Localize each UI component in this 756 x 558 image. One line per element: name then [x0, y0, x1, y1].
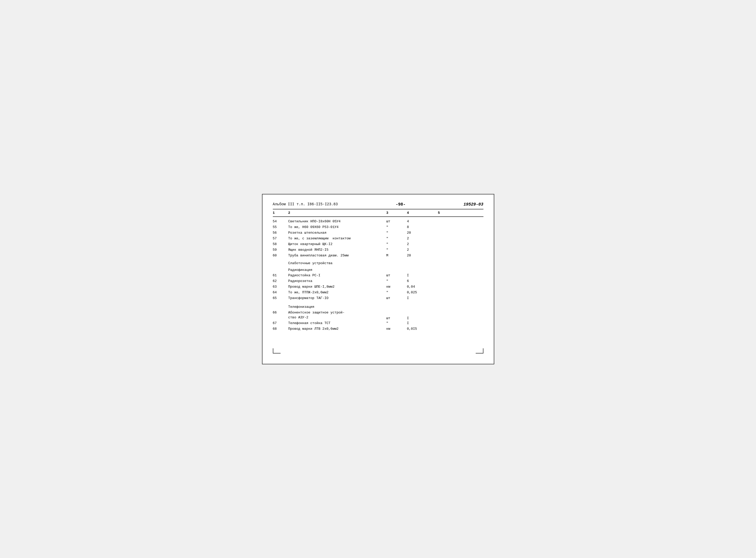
row-65-qty: I — [407, 296, 438, 301]
table-row: 64 То же, ПТПЖ-2х0,6мм2 " 0,025 — [273, 290, 484, 296]
row-56-desc: Розетка штепсельная — [288, 230, 386, 235]
table-row: 60 Труба винипластовая диам. 25мм М 20 — [273, 253, 484, 259]
row-65-unit: шт — [386, 296, 407, 301]
col-header-1: 1 — [273, 210, 288, 215]
row-63-qty: 0,04 — [407, 284, 438, 289]
row-66-desc: Абонентское защитное устрой- ство АЗУ-2 — [288, 310, 386, 320]
row-60-unit: М — [386, 253, 407, 258]
row-68-unit: км — [386, 326, 407, 332]
row-57-qty: 2 — [407, 236, 438, 241]
section-telefonizaciya: Телефонизация — [273, 303, 484, 310]
row-65-desc: Трансформатор ТАГ-IO — [288, 296, 386, 301]
row-57-desc: То же, с заземляющим контактом — [288, 236, 386, 241]
table-row: 57 То же, с заземляющим контактом " 2 — [273, 236, 484, 242]
row-66-num: 66 — [273, 310, 288, 315]
row-62-qty: 6 — [407, 279, 438, 284]
page-header: Альбом III т.п. I86-II5-I23.83 -98- 1952… — [273, 202, 484, 208]
table-row: 67 Телефонная стойка ТСТ " I — [273, 321, 484, 326]
row-59-num: 59 — [273, 247, 288, 253]
row-67-desc: Телефонная стойка ТСТ — [288, 321, 386, 326]
section-slabotochnye-title: Слаботочные устройства — [288, 260, 484, 267]
row-65-num: 65 — [273, 296, 288, 301]
row-60-qty: 20 — [407, 253, 438, 258]
table-row: 56 Розетка штепсельная " 20 — [273, 230, 484, 236]
row-68-qty: 0,0I5 — [407, 326, 438, 332]
section-slabotochnye: Слаботочные устройства — [273, 260, 484, 267]
table-row: 63 Провод марки ШПЕ-I,8мм2 км 0,04 — [273, 284, 484, 290]
table-body: 54 Светильник НПО-I8х60Н 05У4 шт 4 55 То… — [273, 219, 484, 332]
table-row: 61 Радиостойка РС-I шт I — [273, 273, 484, 279]
row-61-desc: Радиостойка РС-I — [288, 273, 386, 278]
row-57-unit: " — [386, 236, 407, 241]
row-58-qty: 2 — [407, 242, 438, 247]
table-row: 54 Светильник НПО-I8х60Н 05У4 шт 4 — [273, 219, 484, 225]
row-62-unit: " — [386, 279, 407, 284]
row-64-num: 64 — [273, 290, 288, 295]
row-56-unit: " — [386, 230, 407, 235]
row-54-desc: Светильник НПО-I8х60Н 05У4 — [288, 219, 386, 224]
row-67-num: 67 — [273, 321, 288, 326]
row-61-unit: шт — [386, 273, 407, 278]
document-page: Альбом III т.п. I86-II5-I23.83 -98- 1952… — [262, 194, 494, 364]
table-row: 58 Щиток квартирный ЩК-I2 " 2 — [273, 242, 484, 247]
header-album-title: Альбом III т.п. I86-II5-I23.83 — [273, 202, 338, 206]
row-55-num: 55 — [273, 225, 288, 230]
row-63-unit: км — [386, 284, 407, 289]
row-61-qty: I — [407, 273, 438, 278]
table-row: 59 Ящик вводной ЯНП2-I5 " 2 — [273, 247, 484, 253]
row-64-qty: 0,025 — [407, 290, 438, 295]
table-row: 68 Провод марки ЛТВ 2х0,6мм2 км 0,0I5 — [273, 326, 484, 332]
row-62-desc: Радиорозетка — [288, 279, 386, 284]
col-header-2: 2 — [288, 210, 386, 215]
row-58-unit: " — [386, 242, 407, 247]
row-59-unit: " — [386, 247, 407, 253]
row-59-qty: 2 — [407, 247, 438, 253]
row-60-num: 60 — [273, 253, 288, 258]
table-row: 55 То же, Н60 09Х60 Р53-01У4 " 8 — [273, 225, 484, 230]
bottom-left-corner — [273, 348, 281, 354]
row-66-qty: I — [407, 310, 438, 321]
col-header-4: 4 — [407, 210, 438, 215]
row-54-qty: 4 — [407, 219, 438, 224]
row-62-num: 62 — [273, 279, 288, 284]
row-58-num: 58 — [273, 242, 288, 247]
row-67-unit: " — [386, 321, 407, 326]
section-radiofikaciya: Радиофикация — [273, 267, 484, 273]
row-59-desc: Ящик вводной ЯНП2-I5 — [288, 247, 386, 253]
row-56-qty: 20 — [407, 230, 438, 235]
row-63-num: 63 — [273, 284, 288, 289]
row-56-num: 56 — [273, 230, 288, 235]
row-68-num: 68 — [273, 326, 288, 332]
row-55-unit: " — [386, 225, 407, 230]
section-radiofikaciya-title: Радиофикация — [288, 267, 484, 273]
row-57-num: 57 — [273, 236, 288, 241]
table-row: 65 Трансформатор ТАГ-IO шт I — [273, 296, 484, 301]
row-55-qty: 8 — [407, 225, 438, 230]
header-page-number: -98- — [396, 202, 406, 207]
row-64-desc: То же, ПТПЖ-2х0,6мм2 — [288, 290, 386, 295]
row-54-num: 54 — [273, 219, 288, 224]
section-telefonizaciya-title: Телефонизация — [288, 303, 484, 310]
row-63-desc: Провод марки ШПЕ-I,8мм2 — [288, 284, 386, 289]
row-58-desc: Щиток квартирный ЩК-I2 — [288, 242, 386, 247]
row-64-unit: " — [386, 290, 407, 295]
col-header-5: 5 — [438, 210, 484, 215]
header-document-number: 19529-03 — [464, 202, 484, 207]
bottom-right-corner — [476, 348, 484, 354]
row-54-unit: шт — [386, 219, 407, 224]
table-row: 66 Абонентское защитное устрой- ство АЗУ… — [273, 310, 484, 321]
row-61-num: 61 — [273, 273, 288, 278]
column-headers: 1 2 3 4 5 — [273, 209, 484, 217]
row-67-qty: I — [407, 321, 438, 326]
row-55-desc: То же, Н60 09Х60 Р53-01У4 — [288, 225, 386, 230]
table-row: 62 Радиорозетка " 6 — [273, 279, 484, 284]
col-header-3: 3 — [386, 210, 407, 215]
row-68-desc: Провод марки ЛТВ 2х0,6мм2 — [288, 326, 386, 332]
row-60-desc: Труба винипластовая диам. 25мм — [288, 253, 386, 258]
row-66-unit: шт — [386, 310, 407, 321]
